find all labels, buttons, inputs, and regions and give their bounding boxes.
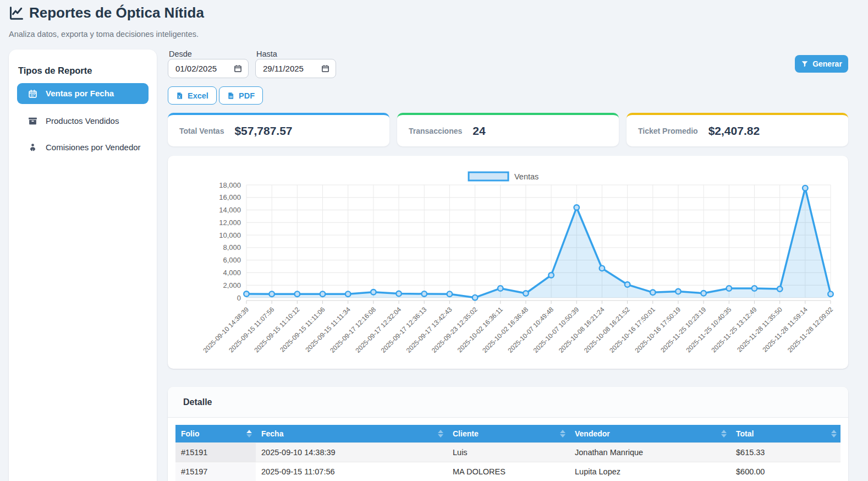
svg-text:2025-10-02 16:36:11: 2025-10-02 16:36:11 [456,305,504,354]
sales-chart-card: 02,0004,0006,0008,00010,00012,00014,0001… [168,156,848,369]
detail-table: Folio Fecha Cliente Vendedor [175,425,840,481]
column-header-label: Total [736,429,754,438]
column-header-label: Cliente [453,429,479,438]
reports-page: Reportes de Óptica Nítida Analiza datos,… [0,0,868,481]
svg-text:2025-10-07 10:49:48: 2025-10-07 10:49:48 [507,305,556,354]
stat-card-ticket-promedio: Ticket Promedio $2,407.82 [627,113,848,146]
report-types-sidebar: Tipos de Reporte Ventas por Fecha Produc… [9,50,157,481]
sidebar-item-productos-vendidos[interactable]: Productos Vendidos [17,112,149,130]
page-subtitle: Analiza datos, exporta y toma decisiones… [9,30,199,39]
svg-text:2025-09-15 11:10:12: 2025-09-15 11:10:12 [252,305,301,354]
svg-text:Ventas: Ventas [514,172,539,181]
pdf-button-label: PDF [239,91,255,100]
svg-text:2025-09-15 11:07:56: 2025-09-15 11:07:56 [227,305,276,354]
cell-total: $615.33 [730,443,840,462]
sort-icon[interactable] [560,430,565,438]
svg-text:2025-10-08 16:21:52: 2025-10-08 16:21:52 [583,305,631,354]
excel-button-label: Excel [188,91,208,100]
stat-card-transacciones: Transacciones 24 [397,113,619,146]
svg-text:8,000: 8,000 [223,243,241,252]
page-title-text: Reportes de Óptica Nítida [29,4,204,21]
cell-vendedor: Jonathan Manrique [569,443,730,462]
cell-folio: #15197 [175,462,256,481]
export-pdf-button[interactable]: PDF [219,86,263,105]
svg-text:16,000: 16,000 [219,193,241,201]
sidebar-item-comisiones-por-vendedor[interactable]: Comisiones por Vendedor [17,138,149,157]
column-header-cliente[interactable]: Cliente [447,425,569,443]
column-header-label: Vendedor [575,429,610,438]
user-icon [28,143,37,152]
chart-line-icon [9,6,24,21]
sidebar-item-ventas-por-fecha[interactable]: Ventas por Fecha [17,83,149,104]
column-header-folio[interactable]: Folio [175,425,256,443]
cell-vendedor: Lupita Lopez [569,462,730,481]
sidebar-item-label: Ventas por Fecha [46,88,114,99]
date-from-input[interactable]: 01/02/2025 [168,59,249,78]
generate-button[interactable]: Generar [795,55,848,73]
excel-file-icon [176,92,184,100]
stat-value: 24 [473,124,485,138]
svg-text:2025-11-25 13:12:49: 2025-11-25 13:12:49 [710,305,759,354]
export-excel-button[interactable]: Excel [168,86,217,105]
sort-ascending-icon[interactable] [246,430,252,438]
svg-text:2025-11-25 10:23:19: 2025-11-25 10:23:19 [659,305,707,354]
cell-folio: #15191 [175,443,256,462]
svg-text:18,000: 18,000 [219,181,241,189]
sort-icon[interactable] [831,430,837,438]
svg-text:2025-09-17 12:32:04: 2025-09-17 12:32:04 [354,305,403,354]
svg-text:2025-09-23 12:35:02: 2025-09-23 12:35:02 [430,305,479,354]
cell-total: $600.00 [730,462,840,481]
svg-text:2025-10-02 16:36:48: 2025-10-02 16:36:48 [481,305,530,354]
column-header-label: Folio [181,429,199,438]
cell-fecha: 2025-09-15 11:07:56 [256,462,447,481]
svg-text:14,000: 14,000 [219,206,241,214]
svg-text:2025-11-25 10:40:35: 2025-11-25 10:40:35 [684,305,733,354]
cell-cliente: MA DOLORES [447,462,569,481]
svg-text:0: 0 [237,294,241,302]
box-icon [28,116,37,125]
stat-card-total-ventas: Total Ventas $57,787.57 [168,113,389,146]
svg-text:2025-10-08 16:21:24: 2025-10-08 16:21:24 [557,305,606,354]
stat-value: $2,407.82 [708,124,760,138]
calendar-icon [28,89,37,99]
svg-text:2025-09-10 14:38:39: 2025-09-10 14:38:39 [201,305,250,354]
svg-text:12,000: 12,000 [219,218,241,227]
detail-table-card: Detalle Folio Fecha Cliente [168,387,848,481]
calendar-picker-icon[interactable] [321,64,329,73]
table-row[interactable]: #15197 2025-09-15 11:07:56 MA DOLORES Lu… [175,462,840,481]
cell-fecha: 2025-09-10 14:38:39 [256,443,447,462]
table-row[interactable]: #15191 2025-09-10 14:38:39 Luis Jonathan… [175,443,840,462]
svg-text:10,000: 10,000 [219,231,241,239]
date-to-input[interactable]: 29/11/2025 [255,59,336,78]
detail-table-title: Detalle [168,387,848,418]
svg-text:2025-09-17 12:36:13: 2025-09-17 12:36:13 [380,305,428,354]
pdf-file-icon [227,92,235,100]
svg-text:2025-11-28 11:35:50: 2025-11-28 11:35:50 [735,305,784,354]
svg-text:2025-09-17 13:42:43: 2025-09-17 13:42:43 [405,305,454,354]
sidebar-item-label: Comisiones por Vendedor [46,142,141,153]
svg-text:2025-09-15 11:11:06: 2025-09-15 11:11:06 [278,305,327,354]
svg-text:4,000: 4,000 [223,269,241,277]
column-header-total[interactable]: Total [730,425,840,443]
sales-chart-svg[interactable]: 02,0004,0006,0008,00010,00012,00014,0001… [168,156,848,369]
stat-value: $57,787.57 [234,124,292,138]
date-from-value: 01/02/2025 [175,64,217,73]
column-header-fecha[interactable]: Fecha [256,425,447,443]
svg-text:2025-11-28 12:09:02: 2025-11-28 12:09:02 [786,305,834,354]
svg-text:2025-10-16 17:50:01: 2025-10-16 17:50:01 [608,305,657,354]
sort-icon[interactable] [721,430,727,438]
stat-label: Total Ventas [179,127,224,135]
svg-text:2025-11-28 11:59:14: 2025-11-28 11:59:14 [761,305,810,354]
column-header-vendedor[interactable]: Vendedor [569,425,730,443]
sort-icon[interactable] [438,430,443,438]
svg-text:2,000: 2,000 [223,281,241,289]
svg-text:2025-09-17 12:16:08: 2025-09-17 12:16:08 [328,305,377,354]
date-to-label: Hasta [256,50,277,58]
column-header-label: Fecha [261,429,283,438]
date-from-label: Desde [169,50,192,58]
svg-text:2025-10-07 10:50:39: 2025-10-07 10:50:39 [532,305,581,354]
svg-text:6,000: 6,000 [223,256,241,264]
stat-label: Ticket Promedio [638,127,698,135]
calendar-picker-icon[interactable] [234,64,242,73]
svg-text:2025-09-15 11:11:34: 2025-09-15 11:11:34 [304,305,352,354]
